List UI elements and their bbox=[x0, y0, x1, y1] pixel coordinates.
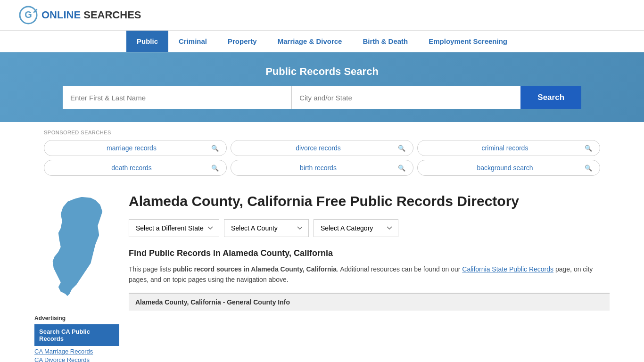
content-area: Advertising Search CA Public Records CA … bbox=[34, 183, 610, 362]
sponsored-section: SPONSORED SEARCHES marriage records 🔍 di… bbox=[34, 122, 610, 183]
name-input[interactable] bbox=[63, 86, 292, 109]
general-info-bar: Alameda County, California - General Cou… bbox=[129, 293, 610, 311]
nav-item-employment[interactable]: Employment Screening bbox=[418, 31, 518, 52]
sponsored-item-marriage[interactable]: marriage records 🔍 bbox=[44, 140, 227, 156]
sponsored-item-birth[interactable]: birth records 🔍 bbox=[231, 160, 413, 176]
sponsored-item-death[interactable]: death records 🔍 bbox=[44, 160, 227, 176]
sponsored-label: SPONSORED SEARCHES bbox=[44, 130, 600, 135]
header: G ONLINE SEARCHES bbox=[0, 0, 644, 31]
search-icon: 🔍 bbox=[398, 145, 405, 152]
logo-text: ONLINE SEARCHES bbox=[41, 9, 141, 21]
search-banner-title: Public Records Search bbox=[19, 66, 625, 78]
search-icon: 🔍 bbox=[585, 165, 592, 172]
sponsored-item-divorce[interactable]: divorce records 🔍 bbox=[231, 140, 413, 156]
advertising-label: Advertising bbox=[34, 315, 119, 321]
california-map bbox=[34, 193, 110, 301]
page-title: Alameda County, California Free Public R… bbox=[129, 193, 610, 210]
nav-item-birth-death[interactable]: Birth & Death bbox=[352, 31, 418, 52]
sidebar-ads: Advertising Search CA Public Records CA … bbox=[34, 315, 119, 362]
search-icon: 🔍 bbox=[211, 165, 219, 172]
svg-text:G: G bbox=[25, 9, 32, 20]
nav-item-property[interactable]: Property bbox=[217, 31, 267, 52]
featured-ad[interactable]: Search CA Public Records bbox=[34, 324, 119, 346]
sidebar-link-divorce[interactable]: CA Divorce Records bbox=[34, 356, 119, 362]
location-input[interactable] bbox=[292, 86, 520, 109]
sponsored-item-background[interactable]: background search 🔍 bbox=[417, 160, 600, 176]
nav-item-public[interactable]: Public bbox=[126, 31, 168, 52]
search-icon: 🔍 bbox=[585, 145, 592, 152]
logo-icon: G bbox=[19, 6, 38, 25]
nav-item-criminal[interactable]: Criminal bbox=[168, 31, 217, 52]
logo[interactable]: G ONLINE SEARCHES bbox=[19, 6, 141, 25]
sponsored-item-criminal[interactable]: criminal records 🔍 bbox=[417, 140, 600, 156]
state-dropdown[interactable]: Select a Different State bbox=[129, 219, 219, 237]
sidebar-link-marriage[interactable]: CA Marriage Records bbox=[34, 348, 119, 355]
main-nav: Public Criminal Property Marriage & Divo… bbox=[0, 31, 644, 52]
sidebar: Advertising Search CA Public Records CA … bbox=[34, 193, 119, 362]
sponsored-grid: marriage records 🔍 divorce records 🔍 cri… bbox=[44, 140, 600, 176]
search-icon: 🔍 bbox=[398, 165, 405, 172]
search-button[interactable]: Search bbox=[520, 86, 581, 109]
description-text: This page lists public record sources in… bbox=[129, 264, 610, 285]
search-form: Search bbox=[63, 86, 581, 109]
search-banner: Public Records Search Search bbox=[0, 52, 644, 122]
category-dropdown[interactable]: Select A Category bbox=[314, 219, 398, 237]
nav-item-marriage-divorce[interactable]: Marriage & Divorce bbox=[267, 31, 353, 52]
state-records-link[interactable]: California State Public Records bbox=[462, 265, 553, 273]
dropdowns-row: Select a Different State Select A County… bbox=[129, 219, 610, 237]
search-icon: 🔍 bbox=[211, 145, 219, 152]
county-dropdown[interactable]: Select A County bbox=[224, 219, 309, 237]
main-content: Alameda County, California Free Public R… bbox=[129, 193, 610, 362]
find-heading: Find Public Records in Alameda County, C… bbox=[129, 248, 610, 258]
